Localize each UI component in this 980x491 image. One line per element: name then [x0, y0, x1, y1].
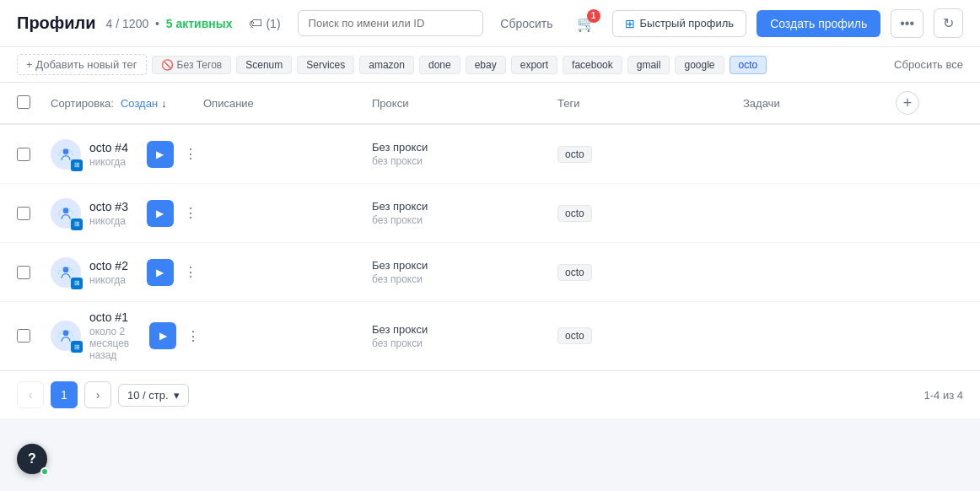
tag-chip-facebook[interactable]: facebook	[563, 56, 622, 74]
add-tag-button[interactable]: + Добавить новый тег	[17, 54, 147, 75]
table-row: ⊞ octo #4 никогда ▶ ⋮ Без прокси без про…	[0, 125, 980, 184]
header-name[interactable]: Сортировка: Создан ↓	[51, 97, 203, 110]
select-all-checkbox[interactable]	[17, 95, 30, 109]
footer: ‹ 1 › 10 / стр. ▾ 1-4 из 4	[0, 370, 980, 418]
tag-chip-no-tags[interactable]: 🚫Без Тегов	[152, 56, 232, 74]
profile-name: octo #2	[89, 259, 128, 272]
profile-date: никогда	[89, 274, 128, 286]
search-input[interactable]	[298, 10, 484, 36]
action-cell: ▶ ⋮	[147, 259, 201, 286]
tag-chip-gmail[interactable]: gmail	[627, 56, 670, 74]
profile-date: около 2 месяцев назад	[89, 326, 131, 361]
svg-point-5	[63, 267, 69, 272]
page-title: Профили	[17, 13, 96, 33]
proxy-sub: без прокси	[372, 273, 557, 285]
play-button[interactable]: ▶	[147, 259, 174, 286]
tag-chip-done[interactable]: done	[419, 56, 460, 74]
more-options-button[interactable]: •••	[891, 9, 923, 38]
proxy-cell: Без прокси без прокси	[372, 259, 557, 285]
proxy-sub: без прокси	[372, 214, 557, 226]
row-checkbox[interactable]	[17, 329, 30, 343]
tag-filter-button[interactable]: 🏷 (1)	[242, 13, 287, 35]
more-actions-button[interactable]: ⋮	[183, 325, 203, 348]
tags-cell: octo	[557, 264, 743, 281]
tag-icon: 🏷	[249, 16, 262, 31]
header-proxy: Прокси	[372, 97, 557, 110]
reset-search-button[interactable]: Сбросить	[493, 13, 559, 34]
play-button[interactable]: ▶	[149, 322, 176, 349]
tag-chip-ebay[interactable]: ebay	[466, 56, 506, 74]
action-cell: ▶ ⋮	[149, 322, 203, 349]
profile-info: octo #1 около 2 месяцев назад	[89, 310, 131, 361]
header-tags: Теги	[557, 97, 743, 110]
header-description: Описание	[203, 97, 372, 110]
row-tag[interactable]: octo	[557, 264, 592, 281]
create-profile-button[interactable]: Создать профиль	[757, 10, 880, 37]
tag-chip-amazon[interactable]: amazon	[359, 56, 414, 74]
profile-name: octo #4	[89, 141, 128, 154]
action-cell: ▶ ⋮	[147, 200, 201, 227]
profile-cell: ⊞ octo #1 около 2 месяцев назад ▶ ⋮	[51, 310, 203, 361]
sort-icon: ↓	[161, 97, 167, 110]
row-checkbox[interactable]	[17, 207, 30, 220]
row-tag[interactable]: octo	[557, 146, 592, 163]
tag-chip-services[interactable]: Services	[297, 56, 354, 74]
row-checkbox[interactable]	[17, 148, 30, 161]
quick-profile-button[interactable]: ⊞ Быстрый профиль	[612, 10, 747, 37]
windows-icon: ⊞	[625, 17, 635, 30]
total-info: 1-4 из 4	[924, 389, 963, 402]
row-tag[interactable]: octo	[557, 327, 592, 344]
tag-chip-scenum[interactable]: Scenum	[236, 56, 292, 74]
table-header: Сортировка: Создан ↓ Описание Прокси Тег…	[0, 83, 980, 125]
proxy-sub: без прокси	[372, 337, 557, 349]
row-checkbox[interactable]	[17, 266, 30, 279]
more-actions-button[interactable]: ⋮	[180, 202, 201, 224]
more-actions-button[interactable]: ⋮	[180, 261, 201, 283]
tag-chip-octo[interactable]: octo	[730, 56, 767, 74]
tag-chip-export[interactable]: export	[511, 56, 557, 74]
next-page-button[interactable]: ›	[84, 381, 111, 408]
add-task-button[interactable]: +	[896, 91, 919, 115]
page-size-selector[interactable]: 10 / стр. ▾	[118, 384, 189, 407]
header-checkbox-cell	[17, 95, 51, 111]
header-tasks-add: +	[896, 91, 963, 115]
play-button[interactable]: ▶	[147, 200, 174, 227]
proxy-cell: Без прокси без прокси	[372, 323, 557, 349]
row-checkbox-cell	[17, 266, 51, 279]
profile-date: никогда	[89, 215, 128, 227]
action-cell: ▶ ⋮	[147, 141, 201, 168]
play-button[interactable]: ▶	[147, 141, 174, 168]
cart-badge: 1	[587, 9, 600, 23]
tag-chip-google[interactable]: google	[675, 56, 724, 74]
header: Профили 4 / 1200 • 5 активных 🏷 (1) Сбро…	[0, 0, 980, 47]
proxy-label: Без прокси	[372, 259, 557, 272]
proxy-label: Без прокси	[372, 323, 557, 336]
row-tag[interactable]: octo	[557, 205, 592, 222]
tags-cell: octo	[557, 205, 743, 222]
tags-bar: + Добавить новый тег 🚫Без ТеговScenumSer…	[0, 47, 980, 83]
profile-count: 4 / 1200 • 5 активных	[106, 17, 233, 30]
table-container: Сортировка: Создан ↓ Описание Прокси Тег…	[0, 83, 980, 370]
avatar-wrapper: ⊞	[51, 198, 81, 229]
reset-all-tags-button[interactable]: Сбросить все	[894, 58, 963, 71]
header-tasks: Задачи	[743, 97, 896, 110]
prev-page-button[interactable]: ‹	[17, 381, 44, 408]
page-1-button[interactable]: 1	[51, 381, 78, 408]
refresh-button[interactable]: ↻	[934, 8, 963, 38]
profile-cell: ⊞ octo #4 никогда ▶ ⋮	[51, 139, 203, 170]
proxy-cell: Без прокси без прокси	[372, 141, 557, 167]
profile-info: octo #4 никогда	[89, 141, 128, 168]
profile-name: octo #3	[89, 200, 128, 213]
table-body: ⊞ octo #4 никогда ▶ ⋮ Без прокси без про…	[0, 125, 980, 370]
svg-point-7	[63, 330, 69, 336]
svg-point-3	[63, 208, 69, 213]
avatar-wrapper: ⊞	[51, 139, 81, 170]
more-actions-button[interactable]: ⋮	[180, 143, 201, 165]
profile-date: никогда	[89, 156, 128, 168]
cart-button[interactable]: 🛒 1	[570, 11, 602, 36]
svg-point-1	[63, 148, 69, 154]
proxy-label: Без прокси	[372, 200, 557, 213]
avatar-wrapper: ⊞	[51, 257, 81, 288]
table-row: ⊞ octo #2 никогда ▶ ⋮ Без прокси без про…	[0, 243, 980, 302]
chevron-down-icon: ▾	[174, 389, 180, 402]
